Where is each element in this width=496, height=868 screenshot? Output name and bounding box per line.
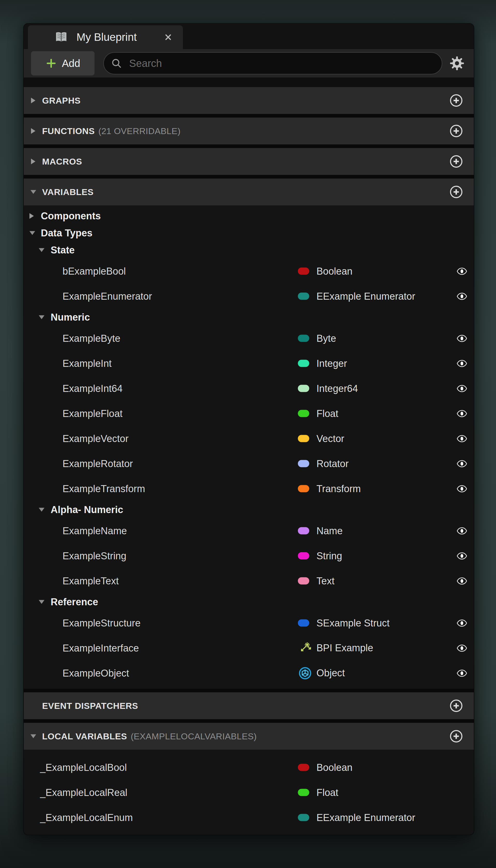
- tree-category-reference[interactable]: Reference: [24, 593, 474, 610]
- variable-name: ExampleInt64: [63, 383, 122, 394]
- section-header-event-dispatchers[interactable]: EVENT DISPATCHERS: [24, 692, 474, 719]
- close-icon[interactable]: [163, 32, 173, 42]
- local-variable-row-bool[interactable]: _ExampleLocalBool Boolean: [24, 755, 474, 780]
- eye-icon[interactable]: [456, 617, 468, 629]
- section-header-functions[interactable]: FUNCTIONS (21 OVERRIDABLE): [24, 118, 474, 144]
- eye-icon[interactable]: [456, 408, 468, 419]
- variable-row-exampletext[interactable]: ExampleText Text: [24, 568, 474, 593]
- variable-row-exampleobject[interactable]: ExampleObject Object: [24, 661, 474, 686]
- triangle-down-icon[interactable]: [39, 248, 44, 252]
- eye-icon[interactable]: [456, 525, 468, 537]
- eye-icon[interactable]: [456, 383, 468, 394]
- eye-icon[interactable]: [456, 358, 468, 369]
- tree-category-data-types[interactable]: Data Types: [24, 224, 474, 242]
- type-name: Float: [316, 787, 338, 798]
- triangle-down-icon[interactable]: [39, 315, 44, 319]
- type-pill: [298, 360, 309, 367]
- add-button[interactable]: Add: [31, 51, 95, 75]
- type-name: Vector: [316, 433, 344, 444]
- eye-icon[interactable]: [456, 550, 468, 562]
- search-input[interactable]: [129, 57, 438, 69]
- add-macro-button[interactable]: [449, 154, 463, 169]
- triangle-right-icon[interactable]: [31, 128, 35, 134]
- eye-icon[interactable]: [456, 668, 468, 679]
- type-name: Boolean: [316, 266, 352, 277]
- variable-row-examplestructure[interactable]: ExampleStructure SExample Struct: [24, 610, 474, 636]
- type-pill: [298, 293, 309, 300]
- local-variable-row-real[interactable]: _ExampleLocalReal Float: [24, 780, 474, 805]
- section-header-macros[interactable]: MACROS: [24, 148, 474, 175]
- section-header-local-variables[interactable]: LOCAL VARIABLES (EXAMPLELOCALVARIABLES): [24, 723, 474, 750]
- object-icon: [298, 666, 312, 680]
- type-name: Integer: [316, 358, 347, 369]
- triangle-down-icon[interactable]: [39, 600, 44, 604]
- variable-type: Rotator: [298, 458, 349, 469]
- variable-row-examplestring[interactable]: ExampleString String: [24, 543, 474, 568]
- type-name: Byte: [316, 333, 336, 344]
- add-graph-button[interactable]: [449, 93, 463, 108]
- section-label: GRAPHS: [42, 96, 81, 106]
- local-variable-row-enum[interactable]: _ExampleLocalEnum EExample Enumerator: [24, 805, 474, 830]
- add-variable-button[interactable]: [449, 185, 463, 199]
- triangle-down-icon[interactable]: [29, 231, 35, 235]
- type-name: Transform: [316, 483, 361, 494]
- tree-category-numeric[interactable]: Numeric: [24, 309, 474, 326]
- type-pill: [298, 619, 309, 627]
- type-pill: [298, 268, 309, 275]
- section-text: VARIABLES: [42, 187, 94, 197]
- divider: [24, 719, 474, 723]
- eye-icon[interactable]: [456, 433, 468, 444]
- variable-row-examplefloat[interactable]: ExampleFloat Float: [24, 401, 474, 426]
- tree-category-state[interactable]: State: [24, 242, 474, 259]
- eye-icon[interactable]: [456, 266, 468, 277]
- variable-row-exampletransform[interactable]: ExampleTransform Transform: [24, 476, 474, 501]
- variable-name: ExampleName: [63, 525, 127, 536]
- variable-name: _ExampleLocalBool: [40, 762, 127, 773]
- section-text: LOCAL VARIABLES (EXAMPLELOCALVARIABLES): [42, 731, 257, 741]
- variable-row-exampleenumerator[interactable]: ExampleEnumerator EExample Enumerator: [24, 284, 474, 309]
- eye-icon[interactable]: [456, 458, 468, 469]
- variable-row-examplevector[interactable]: ExampleVector Vector: [24, 426, 474, 451]
- type-name: EExample Enumerator: [316, 291, 415, 302]
- section-label: FUNCTIONS: [42, 126, 95, 136]
- section-header-graphs[interactable]: GRAPHS: [24, 87, 474, 114]
- type-pill: [298, 335, 309, 342]
- triangle-down-icon[interactable]: [30, 734, 36, 738]
- plus-icon: [45, 57, 57, 69]
- tab-my-blueprint[interactable]: My Blueprint: [28, 25, 183, 49]
- variable-row-exampleinterface[interactable]: ExampleInterface BPI Example: [24, 636, 474, 661]
- variable-type: Float: [298, 408, 338, 419]
- eye-icon[interactable]: [456, 642, 468, 654]
- add-local-variable-button[interactable]: [449, 729, 463, 743]
- variable-type: Integer: [298, 358, 347, 369]
- type-name: EExample Enumerator: [316, 812, 415, 823]
- section-label: EVENT DISPATCHERS: [42, 701, 138, 711]
- divider: [24, 175, 474, 179]
- section-header-variables[interactable]: VARIABLES: [24, 179, 474, 205]
- type-pill: [298, 435, 309, 442]
- tree-category-alpha-numeric[interactable]: Alpha- Numeric: [24, 501, 474, 518]
- variable-type: Name: [298, 525, 343, 536]
- triangle-right-icon[interactable]: [31, 159, 35, 164]
- variable-row-examplebyte[interactable]: ExampleByte Byte: [24, 326, 474, 351]
- variable-row-examplename[interactable]: ExampleName Name: [24, 518, 474, 543]
- section-text: MACROS: [42, 157, 82, 167]
- eye-icon[interactable]: [456, 291, 468, 302]
- variable-row-exampleint64[interactable]: ExampleInt64 Integer64: [24, 376, 474, 401]
- eye-icon[interactable]: [456, 333, 468, 344]
- tree-category-components[interactable]: Components: [24, 207, 474, 224]
- eye-icon[interactable]: [456, 575, 468, 587]
- triangle-right-icon[interactable]: [31, 98, 35, 103]
- variable-row-examplerotator[interactable]: ExampleRotator Rotator: [24, 451, 474, 476]
- add-function-button[interactable]: [449, 124, 463, 138]
- gear-icon[interactable]: [449, 55, 465, 71]
- variable-row-bexamplebool[interactable]: bExampleBool Boolean: [24, 259, 474, 284]
- eye-icon[interactable]: [456, 483, 468, 494]
- triangle-down-icon[interactable]: [30, 190, 36, 194]
- triangle-right-icon[interactable]: [29, 213, 34, 219]
- variable-row-exampleint[interactable]: ExampleInt Integer: [24, 351, 474, 376]
- variable-name: bExampleBool: [63, 266, 126, 277]
- add-event-dispatcher-button[interactable]: [449, 699, 463, 713]
- variable-type: SExample Struct: [298, 617, 390, 629]
- triangle-down-icon[interactable]: [39, 508, 44, 512]
